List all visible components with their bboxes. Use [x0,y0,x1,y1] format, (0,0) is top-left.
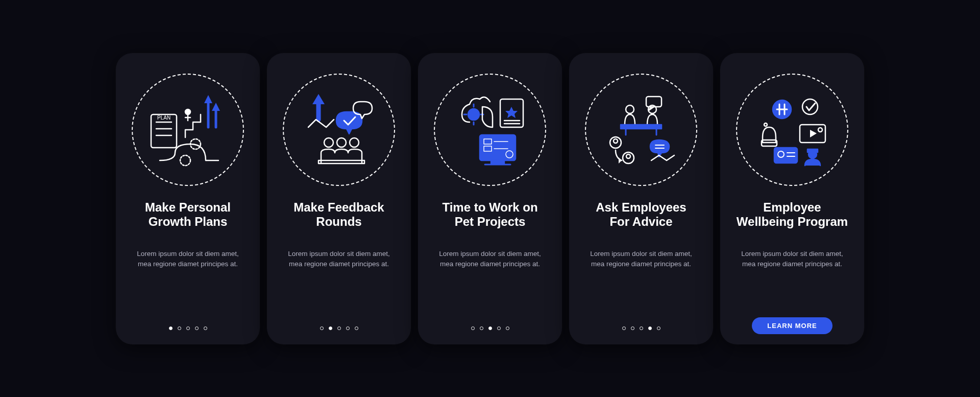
svg-marker-7 [212,103,220,111]
pagination-dot[interactable] [169,326,173,330]
pagination-dot[interactable] [480,326,483,330]
svg-rect-34 [621,125,662,129]
pagination-dots [471,326,509,330]
svg-point-12 [337,138,346,147]
svg-point-11 [324,138,333,147]
pagination-dots [169,326,207,330]
card-description: Lorem ipsum dolor sit diem amet, mea reg… [430,249,550,270]
svg-point-49 [802,99,818,114]
pagination-dots [622,326,660,330]
pagination-dot[interactable] [631,326,634,330]
svg-point-41 [614,139,618,143]
svg-marker-10 [312,94,325,104]
onboarding-card-2: Make Feedback Rounds Lorem ipsum dolor s… [267,53,411,344]
svg-point-13 [350,138,359,147]
pagination-dot[interactable] [488,326,492,330]
wellbeing-icon [736,74,848,186]
card-title: Time to Work on Pet Projects [430,200,550,230]
svg-point-9 [180,155,190,166]
card-description: Lorem ipsum dolor sit diem amet, mea reg… [128,249,248,270]
onboarding-card-5: Employee Wellbeing Program Lorem ipsum d… [720,53,864,344]
svg-point-15 [468,109,479,120]
onboarding-card-3: Time to Work on Pet Projects Lorem ipsum… [418,53,562,344]
growth-plan-icon: PLAN [132,74,244,186]
pagination-dot[interactable] [346,326,350,330]
pagination-dot[interactable] [337,326,341,330]
pagination-dots [320,326,358,330]
card-title: Ask Employees For Advice [581,200,701,230]
svg-marker-53 [810,130,817,137]
svg-point-43 [626,154,630,158]
svg-marker-44 [619,157,622,164]
svg-point-32 [626,105,634,113]
svg-point-5 [185,109,190,114]
card-title: Make Personal Growth Plans [128,200,248,230]
svg-point-51 [764,123,767,126]
card-description: Lorem ipsum dolor sit diem amet, mea reg… [279,249,399,270]
pagination-dot[interactable] [640,326,643,330]
pagination-dot[interactable] [648,326,652,330]
pagination-dot[interactable] [195,326,199,330]
pagination-dot[interactable] [622,326,626,330]
onboarding-card-1: PLAN Make Personal Growth Plans Lorem ip… [116,53,260,344]
card-description: Lorem ipsum dolor sit diem amet, mea reg… [581,249,701,270]
pagination-dot[interactable] [320,326,324,330]
pet-projects-icon [434,74,546,186]
svg-marker-21 [505,107,518,118]
svg-text:PLAN: PLAN [157,115,170,121]
svg-rect-14 [318,160,364,164]
pagination-dot[interactable] [471,326,475,330]
svg-point-54 [818,128,822,132]
onboarding-card-4: Ask Employees For Advice Lorem ipsum dol… [569,53,713,344]
pagination-dot[interactable] [506,326,509,330]
pagination-dot[interactable] [204,326,207,330]
svg-marker-6 [204,95,212,103]
learn-more-button[interactable]: LEARN MORE [752,317,832,334]
svg-rect-25 [491,160,504,164]
pagination-dot[interactable] [186,326,190,330]
advice-icon [585,74,697,186]
card-title: Employee Wellbeing Program [732,200,852,230]
card-title: Make Feedback Rounds [279,200,399,230]
svg-rect-60 [807,149,818,152]
pagination-dot[interactable] [497,326,501,330]
pagination-dot[interactable] [178,326,181,330]
feedback-icon [283,74,395,186]
pagination-dot[interactable] [657,326,660,330]
card-description: Lorem ipsum dolor sit diem amet, mea reg… [732,249,852,270]
pagination-dot[interactable] [329,326,332,330]
pagination-dot[interactable] [355,326,358,330]
